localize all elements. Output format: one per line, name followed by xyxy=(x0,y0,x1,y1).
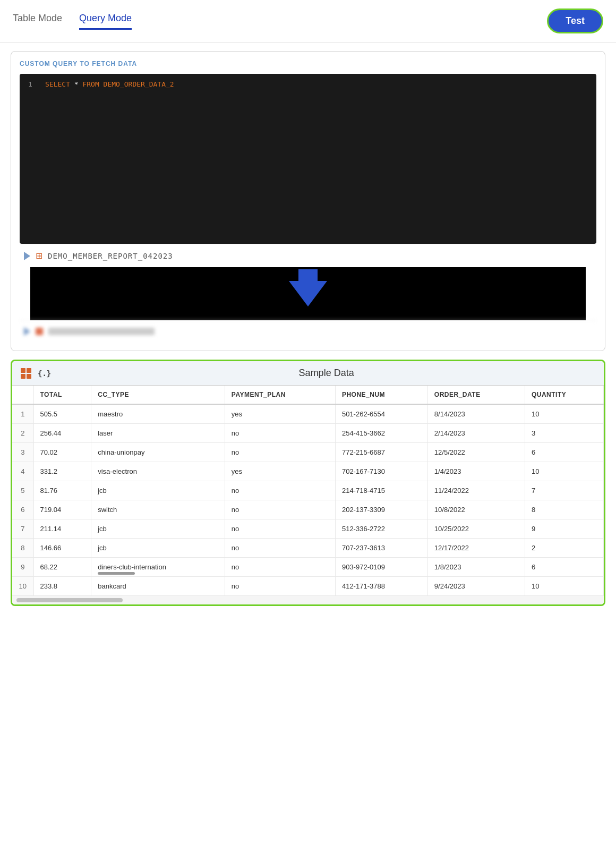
cell-total: 146.66 xyxy=(33,539,91,558)
cell-total: 233.8 xyxy=(33,577,91,596)
table-icon: ⊞ xyxy=(36,251,42,261)
table-row: 1 505.5 maestro yes 501-262-6554 8/14/20… xyxy=(12,404,604,424)
cell-phone-num: 501-262-6554 xyxy=(335,404,427,424)
sql-space: * xyxy=(74,80,83,88)
cell-total: 505.5 xyxy=(33,404,91,424)
cell-num: 2 xyxy=(12,424,33,443)
table-row: 3 70.02 china-unionpay no 772-215-6687 1… xyxy=(12,443,604,462)
cell-phone-num: 412-171-3788 xyxy=(335,577,427,596)
cell-phone-num: 707-237-3613 xyxy=(335,539,427,558)
col-header-num xyxy=(12,386,33,404)
cell-cc-type: china-unionpay xyxy=(91,443,225,462)
cell-order-date: 2/14/2023 xyxy=(427,424,525,443)
cell-cc-type: laser xyxy=(91,424,225,443)
cell-payment-plan: no xyxy=(225,500,335,519)
col-header-payment-plan: PAYMENT_PLAN xyxy=(225,386,335,404)
cell-num: 8 xyxy=(12,539,33,558)
cell-num: 1 xyxy=(12,404,33,424)
cell-phone-num: 702-167-7130 xyxy=(335,462,427,481)
cell-num: 4 xyxy=(12,462,33,481)
table-row: 9 68.22 diners-club-internation no 903-9… xyxy=(12,558,604,577)
cell-quantity: 6 xyxy=(525,443,603,462)
sql-select: SELECT xyxy=(45,80,70,88)
blurred-icon xyxy=(36,328,43,335)
grid-icon xyxy=(21,368,31,379)
cell-phone-num: 512-336-2722 xyxy=(335,519,427,539)
cell-phone-num: 202-137-3309 xyxy=(335,500,427,519)
cell-order-date: 11/24/2022 xyxy=(427,481,525,500)
cell-payment-plan: no xyxy=(225,558,335,577)
col-header-cc-type: CC_TYPE xyxy=(91,386,225,404)
test-button[interactable]: Test xyxy=(547,8,603,33)
cell-quantity: 3 xyxy=(525,424,603,443)
down-arrow-icon xyxy=(289,281,327,306)
table-row: 4 331.2 visa-electron yes 702-167-7130 1… xyxy=(12,462,604,481)
cell-order-date: 1/4/2023 xyxy=(427,462,525,481)
sample-data-header: {.} Sample Data xyxy=(12,361,604,386)
tab-query-mode[interactable]: Query Mode xyxy=(79,13,132,30)
horizontal-scrollbar[interactable] xyxy=(12,596,604,604)
play-icon-2 xyxy=(24,327,30,336)
table-row: 8 146.66 jcb no 707-237-3613 12/17/2022 … xyxy=(12,539,604,558)
cell-quantity: 9 xyxy=(525,519,603,539)
cell-num: 9 xyxy=(12,558,33,577)
cell-cc-type: maestro xyxy=(91,404,225,424)
cell-payment-plan: yes xyxy=(225,462,335,481)
cell-cc-type: visa-electron xyxy=(91,462,225,481)
table-header-row: TOTAL CC_TYPE PAYMENT_PLAN PHONE_NUM ORD… xyxy=(12,386,604,404)
sql-table: DEMO_ORDER_DATA_2 xyxy=(104,80,174,88)
code-editor[interactable]: 1 SELECT * FROM DEMO_ORDER_DATA_2 xyxy=(20,74,596,244)
cell-order-date: 12/17/2022 xyxy=(427,539,525,558)
file-row-1[interactable]: ⊞ DEMO_MEMBER_REPORT_042023 xyxy=(20,244,596,267)
col-header-order-date: ORDER_DATE xyxy=(427,386,525,404)
sample-data-table: TOTAL CC_TYPE PAYMENT_PLAN PHONE_NUM ORD… xyxy=(12,386,604,596)
cell-payment-plan: no xyxy=(225,424,335,443)
cell-quantity: 2 xyxy=(525,539,603,558)
cell-payment-plan: no xyxy=(225,443,335,462)
cell-order-date: 1/8/2023 xyxy=(427,558,525,577)
cell-order-date: 10/8/2022 xyxy=(427,500,525,519)
cell-quantity: 6 xyxy=(525,558,603,577)
sample-data-section: {.} Sample Data TOTAL CC_TYPE PAYMENT_PL… xyxy=(11,360,605,606)
table-container[interactable]: TOTAL CC_TYPE PAYMENT_PLAN PHONE_NUM ORD… xyxy=(12,386,604,596)
table-row: 2 256.44 laser no 254-415-3662 2/14/2023… xyxy=(12,424,604,443)
json-icon: {.} xyxy=(38,369,51,378)
cell-order-date: 9/24/2023 xyxy=(427,577,525,596)
file-row-2-blurred xyxy=(20,320,596,342)
tab-table-mode[interactable]: Table Mode xyxy=(13,13,62,30)
col-header-quantity: QUANTITY xyxy=(525,386,603,404)
cell-num: 6 xyxy=(12,500,33,519)
cell-quantity: 7 xyxy=(525,481,603,500)
table-row: 5 81.76 jcb no 214-718-4715 11/24/2022 7 xyxy=(12,481,604,500)
cell-phone-num: 903-972-0109 xyxy=(335,558,427,577)
cell-payment-plan: no xyxy=(225,519,335,539)
sql-from: FROM xyxy=(82,80,99,88)
cell-total: 256.44 xyxy=(33,424,91,443)
scroll-thumb[interactable] xyxy=(16,598,123,602)
cell-cc-type: jcb xyxy=(91,481,225,500)
cell-quantity: 8 xyxy=(525,500,603,519)
query-section: CUSTOM QUERY TO FETCH DATA 1 SELECT * FR… xyxy=(11,51,605,351)
col-header-phone-num: PHONE_NUM xyxy=(335,386,427,404)
cell-total: 719.04 xyxy=(33,500,91,519)
cell-cc-type: switch xyxy=(91,500,225,519)
cell-cc-type: jcb xyxy=(91,519,225,539)
cell-phone-num: 214-718-4715 xyxy=(335,481,427,500)
play-icon[interactable] xyxy=(24,252,30,260)
cell-num: 7 xyxy=(12,519,33,539)
cell-num: 5 xyxy=(12,481,33,500)
cell-quantity: 10 xyxy=(525,462,603,481)
cell-order-date: 10/25/2022 xyxy=(427,519,525,539)
blurred-text xyxy=(48,328,155,335)
col-header-total: TOTAL xyxy=(33,386,91,404)
code-line-1: 1 SELECT * FROM DEMO_ORDER_DATA_2 xyxy=(28,80,588,88)
cell-total: 70.02 xyxy=(33,443,91,462)
cell-phone-num: 254-415-3662 xyxy=(335,424,427,443)
cell-cc-type: bankcard xyxy=(91,577,225,596)
table-row: 6 719.04 switch no 202-137-3309 10/8/202… xyxy=(12,500,604,519)
code-content: SELECT * FROM DEMO_ORDER_DATA_2 xyxy=(45,80,174,88)
table-row: 10 233.8 bankcard no 412-171-3788 9/24/2… xyxy=(12,577,604,596)
cell-quantity: 10 xyxy=(525,404,603,424)
cell-order-date: 12/5/2022 xyxy=(427,443,525,462)
cell-total: 81.76 xyxy=(33,481,91,500)
